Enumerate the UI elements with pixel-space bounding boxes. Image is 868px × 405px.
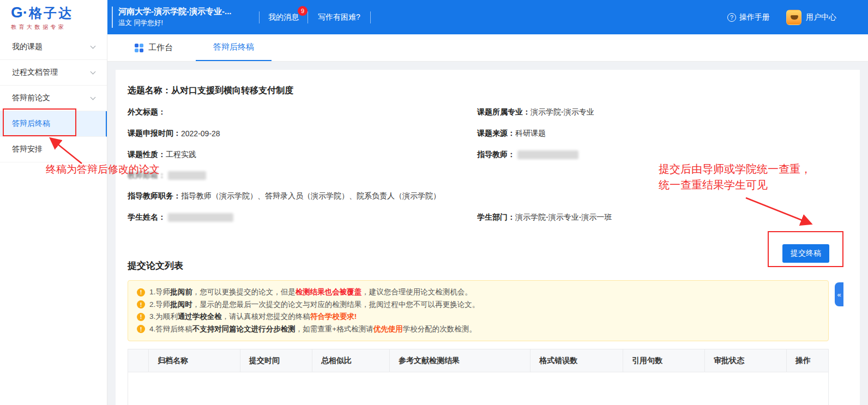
notice-segment: 优先使用: [373, 325, 403, 333]
notice-segment: 符合学校要求!: [310, 312, 357, 321]
sidebar-item-label: 我的课题: [12, 42, 43, 52]
field-teacher-email: 教师邮箱：: [128, 165, 860, 185]
notice-segment: 3.为顺利: [149, 312, 178, 321]
notice-segment: ，如需查重+格式检测请: [296, 325, 373, 333]
tab-workbench[interactable]: 工作台: [135, 34, 173, 61]
notice-item: !1.导师批阅前，您可以更换提交的论文，但是检测结果也会被覆盖，建议您合理使用论…: [137, 286, 819, 299]
field-label: 课题申报时间：: [128, 129, 181, 138]
warning-circle-icon: !: [137, 300, 145, 309]
notice-segment: 不支持对同篇论文进行分步检测: [192, 325, 296, 333]
sidebar-item-pre-defense-paper[interactable]: 答辩前论文: [0, 86, 107, 111]
column-header-total-similarity: 总相似比: [312, 349, 390, 372]
column-header-select: [128, 349, 149, 372]
context-title: 河南大学-演示学院-演示专业-...: [118, 7, 259, 17]
notice-segment: ，建议您合理使用论文检测机会。: [361, 288, 472, 296]
notice-segment: 2.导师: [149, 300, 170, 309]
user-avatar: [786, 10, 801, 25]
topbar: G· 格子达 教育大数据专家 河南大学-演示学院-演示专业-... 温文 同学您…: [0, 0, 868, 34]
warning-circle-icon: !: [137, 313, 145, 321]
sidebar-item-label: 答辩后终稿: [12, 119, 50, 129]
sidebar-item-process-docs[interactable]: 过程文档管理: [0, 60, 107, 86]
manual-link[interactable]: ? 操作手册: [727, 13, 770, 22]
topbar-main: 河南大学-演示学院-演示专业-... 温文 同学您好! 我的消息 9 写作有困难…: [107, 0, 868, 34]
column-header-submit-time: 提交时间: [240, 349, 312, 372]
user-center-link[interactable]: 用户中心: [786, 10, 836, 25]
notice-segment: ，请认真核对您提交的终稿: [222, 312, 310, 321]
notice-segment: ，您可以更换提交的论文，但是: [192, 288, 296, 296]
notice-box: !1.导师批阅前，您可以更换提交的论文，但是检测结果也会被覆盖，建议您合理使用论…: [128, 280, 829, 341]
chevron-down-icon: [91, 43, 96, 49]
my-messages-link[interactable]: 我的消息 9: [260, 13, 308, 22]
field-value: 演示学院-演示专业-演示一班: [515, 213, 612, 222]
submit-final-paper-button[interactable]: 提交终稿: [782, 244, 829, 263]
user-center-label: 用户中心: [806, 13, 836, 22]
notice-text: 4.答辩后终稿不支持对同篇论文进行分步检测，如需查重+格式检测请优先使用学校分配…: [149, 324, 477, 334]
field-value: 从对口支援到横向转移支付制度: [171, 85, 293, 96]
notice-segment: 批阅前: [170, 288, 192, 296]
sidebar: 我的课题过程文档管理答辩前论文答辩后终稿答辩安排: [0, 34, 107, 405]
field-label: 选题名称：: [128, 85, 171, 96]
topbar-divider: [370, 11, 371, 23]
sidebar-item-my-topics[interactable]: 我的课题: [0, 34, 107, 60]
question-circle-icon: ?: [727, 13, 736, 22]
field-label: 课题性质：: [128, 150, 166, 160]
collapse-panel-handle[interactable]: «: [835, 282, 843, 306]
redacted-advisor-name: [517, 150, 578, 159]
field-value: 指导教师（演示学院）、答辩录入员（演示学院）、院系负责人（演示学院）: [181, 191, 441, 201]
column-header-approval-status: 审批状态: [705, 349, 787, 372]
column-header-actions: 操作: [787, 349, 828, 372]
field-label: 课题所属专业：: [477, 107, 531, 117]
notice-item: !4.答辩后终稿不支持对同篇论文进行分步检测，如需查重+格式检测请优先使用学校分…: [137, 323, 819, 336]
paper-table-header: 归档名称提交时间总相似比参考文献检测结果格式错误数引用句数审批状态操作: [128, 349, 828, 372]
notice-text: 2.导师批阅时，显示的是您最后一次提交的论文与对应的检测结果，批阅过程中您不可以…: [149, 300, 479, 310]
workbench-grid-icon: [135, 44, 143, 52]
field-foreign-title: 外文标题：: [128, 107, 477, 117]
field-value: 演示学院-演示专业: [531, 107, 594, 117]
field-row: 课题性质： 工程实践 指导教师：: [128, 144, 860, 165]
sidebar-item-defense-schedule[interactable]: 答辩安排: [0, 137, 107, 162]
column-header-format-error-count: 格式错误数: [531, 349, 623, 372]
field-label: 学生部门：: [477, 213, 515, 222]
chevron-down-icon: [91, 69, 96, 74]
sidebar-item-label: 答辩前论文: [12, 93, 50, 103]
sidebar-item-post-defense-final[interactable]: 答辩后终稿: [0, 111, 107, 137]
warning-circle-icon: !: [137, 288, 145, 297]
paper-table-body: [128, 372, 828, 405]
warning-circle-icon: !: [137, 325, 145, 333]
main-area: 工作台 答辩后终稿 选题名称： 从对口支援到横向转移支付制度 外文标题： 课题所…: [107, 34, 868, 405]
chevron-down-icon: [91, 94, 96, 100]
field-label: 外文标题：: [128, 107, 166, 117]
field-label: 课题来源：: [477, 129, 515, 138]
writing-help-link[interactable]: 写作有困难?: [308, 13, 370, 22]
tabbar: 工作台 答辩后终稿: [107, 34, 868, 62]
field-apply-time: 课题申报时间： 2022-09-28: [128, 129, 477, 138]
field-value: 2022-09-28: [181, 129, 220, 138]
field-label: 学生姓名：: [128, 213, 166, 222]
field-label: 指导教师职务：: [128, 191, 181, 201]
topic-detail-card: 选题名称： 从对口支援到横向转移支付制度 外文标题： 课题所属专业： 演示学院-…: [116, 70, 860, 405]
tab-post-defense-final[interactable]: 答辩后终稿: [196, 34, 272, 61]
tab-workbench-label: 工作台: [148, 43, 173, 53]
notice-item: !2.导师批阅时，显示的是您最后一次提交的论文与对应的检测结果，批阅过程中您不可…: [137, 299, 819, 311]
field-value: 科研课题: [515, 129, 546, 138]
brand-logo-row: G· 格子达: [11, 4, 107, 22]
field-value: 工程实践: [166, 150, 196, 160]
notice-item: !3.为顺利通过学校全检，请认真核对您提交的终稿符合学校要求!: [137, 311, 819, 323]
sidebar-item-label: 答辩安排: [12, 144, 43, 154]
field-topic-nature: 课题性质： 工程实践: [128, 150, 477, 160]
sidebar-menu: 我的课题过程文档管理答辩前论文答辩后终稿答辩安排: [0, 34, 107, 162]
brand-logo[interactable]: G· 格子达 教育大数据专家: [0, 0, 107, 34]
field-student-dept: 学生部门： 演示学院-演示专业-演示一班: [477, 213, 860, 222]
notice-segment: 检测结果也会被覆盖: [296, 288, 362, 296]
field-row: 学生姓名： 学生部门： 演示学院-演示专业-演示一班: [128, 207, 860, 228]
notice-segment: 4.答辩后终稿: [149, 325, 192, 333]
greeting-text: 温文 同学您好!: [118, 19, 259, 28]
field-label: 指导教师：: [477, 150, 515, 160]
paper-list-title: 提交论文列表: [128, 259, 860, 272]
context-title-block: 河南大学-演示学院-演示专业-... 温文 同学您好!: [112, 7, 259, 28]
field-advisor-roles: 指导教师职务： 指导教师（演示学院）、答辩录入员（演示学院）、院系负责人（演示学…: [128, 185, 860, 207]
field-row: 课题申报时间： 2022-09-28 课题来源： 科研课题: [128, 123, 860, 144]
brand-name: 格子达: [29, 4, 73, 22]
brand-tagline: 教育大数据专家: [11, 23, 107, 31]
notice-segment: 学校分配的次数检测。: [403, 325, 477, 333]
